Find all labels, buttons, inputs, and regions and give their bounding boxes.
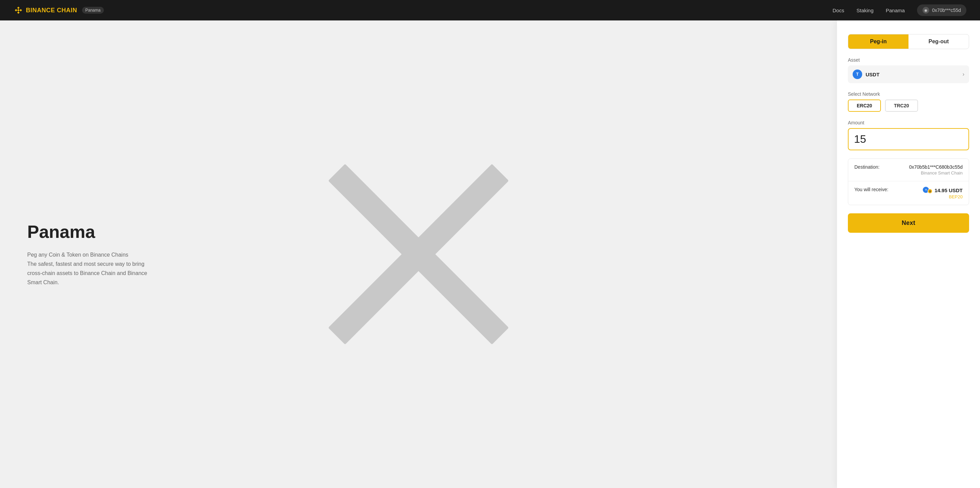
- header: BINANCE CHAIN Panama Docs Staking Panama…: [0, 0, 980, 21]
- logo: BINANCE CHAIN: [14, 5, 77, 15]
- wallet-address: 0x70b***c55d: [932, 8, 961, 13]
- amount-section: Amount: [848, 120, 969, 150]
- header-nav: Docs Staking Panama ◉ 0x70b***c55d: [832, 5, 966, 16]
- tab-pegin[interactable]: Peg-in: [848, 34, 908, 49]
- x-bar-diagonal-1: [328, 164, 509, 344]
- wallet-button[interactable]: ◉ 0x70b***c55d: [917, 5, 966, 16]
- network-label: Select Network: [848, 91, 969, 97]
- tab-switcher: Peg-in Peg-out: [848, 34, 969, 49]
- header-left: BINANCE CHAIN Panama: [14, 5, 104, 15]
- hero-description-line1: Peg any Coin & Token on Binance Chains: [27, 252, 128, 258]
- hero-content: Panama Peg any Coin & Token on Binance C…: [27, 222, 157, 287]
- network-trc20-btn[interactable]: TRC20: [885, 99, 918, 112]
- amount-input[interactable]: [854, 133, 963, 145]
- nav-docs[interactable]: Docs: [832, 8, 844, 13]
- receive-value: T B 14.95 USDT: [923, 187, 963, 194]
- wallet-icon: ◉: [923, 7, 929, 14]
- hero-description: Peg any Coin & Token on Binance Chains T…: [27, 250, 157, 287]
- tab-pegout[interactable]: Peg-out: [908, 34, 969, 49]
- next-button[interactable]: Next: [848, 213, 969, 233]
- binance-logo-icon: [14, 5, 23, 15]
- destination-address: 0x70b5b1***C680b3c55d: [909, 164, 963, 170]
- asset-icon: T: [853, 70, 862, 79]
- bep20-tag: BEP20: [923, 194, 963, 199]
- network-badge: Panama: [82, 7, 104, 14]
- chevron-right-icon: ›: [963, 71, 964, 77]
- main-content: Panama Peg any Coin & Token on Binance C…: [0, 21, 980, 488]
- asset-left: T USDT: [853, 70, 880, 79]
- hero-description-line2: The safest, fastest and most secure way …: [27, 261, 147, 285]
- token-icons: T B: [923, 187, 932, 194]
- logo-text: BINANCE CHAIN: [26, 7, 77, 14]
- network-erc20-btn[interactable]: ERC20: [848, 99, 881, 112]
- hero-title: Panama: [27, 222, 157, 242]
- nav-panama[interactable]: Panama: [886, 8, 905, 13]
- amount-input-wrapper: [848, 128, 969, 150]
- network-buttons: ERC20 TRC20: [848, 99, 969, 112]
- amount-label: Amount: [848, 120, 969, 125]
- network-section: Select Network ERC20 TRC20: [848, 91, 969, 112]
- left-panel: Panama Peg any Coin & Token on Binance C…: [0, 21, 837, 488]
- receive-amount: 14.95 USDT: [934, 187, 963, 193]
- receive-row: You will receive: T B 14.95 USDT BEP20: [848, 181, 969, 205]
- nav-staking[interactable]: Staking: [856, 8, 873, 13]
- receive-key: You will receive:: [854, 187, 888, 192]
- info-box: Destination: 0x70b5b1***C680b3c55d Binan…: [848, 158, 969, 205]
- asset-label: Asset: [848, 57, 969, 63]
- right-panel: Peg-in Peg-out Asset T USDT › Select Net…: [837, 21, 980, 488]
- x-bar-diagonal-2: [328, 164, 509, 344]
- receive-value-block: T B 14.95 USDT BEP20: [923, 187, 963, 199]
- asset-section: Asset T USDT ›: [848, 57, 969, 83]
- asset-select[interactable]: T USDT ›: [848, 65, 969, 83]
- destination-row: Destination: 0x70b5b1***C680b3c55d Binan…: [848, 159, 969, 181]
- asset-name: USDT: [865, 72, 880, 77]
- asset-icon-text: T: [856, 72, 858, 77]
- destination-key: Destination:: [854, 164, 880, 170]
- x-watermark: [303, 138, 534, 370]
- destination-chain: Binance Smart Chain: [909, 171, 963, 175]
- token-icon-bnb: B: [928, 189, 932, 194]
- destination-value-block: 0x70b5b1***C680b3c55d Binance Smart Chai…: [909, 164, 963, 175]
